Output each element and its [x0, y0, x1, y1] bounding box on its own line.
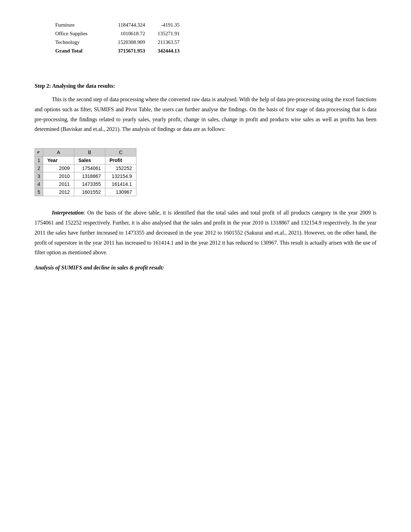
interpretation-label: Interpretation [52, 210, 84, 216]
table-row: 5 2012 1601552 130967 [35, 188, 136, 196]
row-num-1: 1 [35, 156, 43, 164]
interpretation-text: : On the basis of the above table, it is… [35, 210, 376, 255]
row-num: 3 [35, 172, 43, 180]
col-c-header: C [105, 149, 136, 156]
corner-cell [35, 149, 43, 156]
triangle-icon [37, 151, 40, 154]
profit-cell: 161414.1 [105, 180, 136, 188]
category-cell: Grand Total [55, 47, 111, 55]
category-cell: Technology [55, 38, 111, 47]
profit-cell: 130967 [105, 188, 136, 196]
row-num: 2 [35, 164, 43, 172]
col-a-header: A [43, 149, 74, 156]
excel-table: A B C 1 Year Sales Profit 2 2009 1754061… [35, 148, 136, 196]
step2-heading: Step 2: Analysing the data results: [35, 83, 376, 89]
year-cell: 2012 [43, 188, 74, 196]
col-b-header: B [74, 149, 105, 156]
analysis-heading: Analysis of SUMIFS and decline in sales … [35, 265, 376, 271]
table-row: Office Supplies 1010618.72 135271.91 [55, 29, 190, 38]
row-num: 4 [35, 180, 43, 188]
sales-cell: 1601552 [74, 188, 105, 196]
step2-paragraph: This is the second step of data processi… [35, 95, 376, 134]
profit-cell: 342444.13 [155, 47, 190, 55]
profit-cell: 135271.91 [155, 29, 190, 38]
profit-cell: -4191.35 [155, 21, 190, 29]
year-header: Year [43, 156, 74, 164]
sales-cell: 1754061 [74, 164, 105, 172]
sales-cell: 1184744.324 [111, 21, 155, 29]
col-header-row: A B C [35, 149, 136, 156]
table-row: 3 2010 1318867 132154.9 [35, 172, 136, 180]
year-cell: 2009 [43, 164, 74, 172]
sales-cell: 1318867 [74, 172, 105, 180]
excel-table-wrapper: A B C 1 Year Sales Profit 2 2009 1754061… [35, 148, 136, 196]
row-num: 5 [35, 188, 43, 196]
profit-header: Profit [105, 156, 136, 164]
summary-table: Furniture 1184744.324 -4191.35 Office Su… [55, 21, 190, 55]
sales-cell: 3715671.953 [111, 47, 155, 55]
sales-cell: 1520308.909 [111, 38, 155, 47]
profit-cell: 211363.57 [155, 38, 190, 47]
table-row: Technology 1520308.909 211363.57 [55, 38, 190, 47]
sales-cell: 1473355 [74, 180, 105, 188]
sales-header: Sales [74, 156, 105, 164]
year-cell: 2011 [43, 180, 74, 188]
profit-cell: 152252 [105, 164, 136, 172]
year-cell: 2010 [43, 172, 74, 180]
table-header-row: 1 Year Sales Profit [35, 156, 136, 164]
table-row: 4 2011 1473355 161414.1 [35, 180, 136, 188]
sales-cell: 1010618.72 [111, 29, 155, 38]
category-cell: Furniture [55, 21, 111, 29]
grand-total-row: Grand Total 3715671.953 342444.13 [55, 47, 190, 55]
category-cell: Office Supplies [55, 29, 111, 38]
profit-cell: 132154.9 [105, 172, 136, 180]
table-row: Furniture 1184744.324 -4191.35 [55, 21, 190, 29]
interpretation-paragraph: Interpretation: On the basis of the abov… [35, 208, 376, 258]
table-row: 2 2009 1754061 152252 [35, 164, 136, 172]
